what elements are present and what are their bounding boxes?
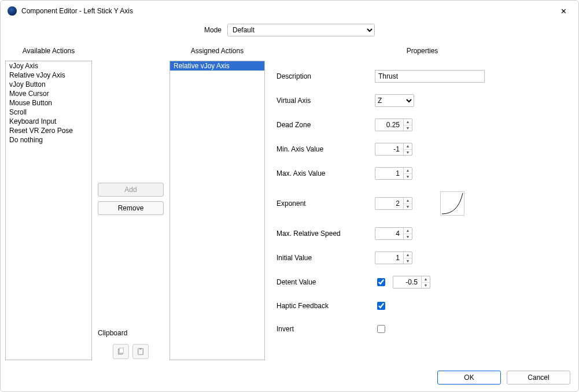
chevron-up-icon[interactable]: ▲: [404, 252, 412, 258]
chevron-up-icon[interactable]: ▲: [422, 276, 430, 283]
list-item[interactable]: Reset VR Zero Pose: [6, 126, 91, 135]
assigned-actions-header: Assigned Actions: [169, 45, 265, 61]
list-item[interactable]: Move Cursor: [6, 89, 91, 98]
invert-checkbox[interactable]: [377, 325, 385, 333]
chevron-up-icon[interactable]: ▲: [404, 198, 412, 204]
titlebar: Component Editor - Left Stick Y Axis ✕: [1, 1, 578, 19]
ok-button[interactable]: OK: [437, 371, 501, 384]
copy-icon: [117, 347, 125, 356]
properties-header: Properties: [271, 45, 574, 61]
assigned-actions-list[interactable]: Relative vJoy Axis: [169, 61, 265, 360]
dead-zone-spinner[interactable]: ▲▼: [375, 119, 412, 131]
clipboard-label: Clipboard: [98, 329, 164, 339]
chevron-down-icon[interactable]: ▼: [404, 258, 412, 264]
paste-button[interactable]: [132, 344, 149, 359]
virtual-axis-label: Virtual Axis: [276, 97, 375, 105]
detent-label: Detent Value: [276, 278, 375, 286]
chevron-down-icon[interactable]: ▼: [404, 125, 412, 131]
list-item[interactable]: Keyboard Input: [6, 117, 91, 126]
initial-value-spinner[interactable]: ▲▼: [375, 252, 412, 264]
add-button[interactable]: Add: [98, 183, 164, 197]
close-icon[interactable]: ✕: [555, 5, 571, 17]
list-item[interactable]: Do nothing: [6, 135, 91, 145]
chevron-down-icon[interactable]: ▼: [404, 204, 412, 210]
chevron-down-icon[interactable]: ▼: [404, 234, 412, 240]
mode-row: Mode Default: [1, 19, 578, 45]
component-editor-window: Component Editor - Left Stick Y Axis ✕ M…: [0, 0, 579, 392]
description-input[interactable]: [375, 70, 485, 83]
chevron-up-icon[interactable]: ▲: [404, 119, 412, 125]
list-item[interactable]: Relative vJoy Axis: [6, 71, 91, 80]
max-rel-speed-label: Max. Relative Speed: [276, 230, 375, 238]
chevron-up-icon[interactable]: ▲: [404, 168, 412, 174]
description-label: Description: [276, 72, 375, 80]
svg-rect-3: [139, 348, 142, 350]
available-actions-list[interactable]: vJoy AxisRelative vJoy AxisvJoy ButtonMo…: [5, 61, 92, 360]
haptic-label: Haptic Feedback: [276, 302, 375, 310]
chevron-up-icon[interactable]: ▲: [404, 143, 412, 150]
exponent-label: Exponent: [276, 199, 375, 208]
chevron-down-icon[interactable]: ▼: [404, 174, 412, 180]
list-item[interactable]: Mouse Button: [6, 98, 91, 108]
detent-checkbox[interactable]: [377, 278, 385, 286]
max-axis-label: Max. Axis Value: [276, 169, 375, 177]
exponent-spinner[interactable]: ▲▼: [375, 197, 412, 210]
list-item[interactable]: vJoy Button: [6, 80, 91, 89]
virtual-axis-select[interactable]: Z: [375, 94, 414, 107]
cancel-button[interactable]: Cancel: [507, 371, 570, 384]
remove-button[interactable]: Remove: [98, 201, 164, 215]
haptic-checkbox[interactable]: [377, 302, 385, 310]
max-axis-spinner[interactable]: ▲▼: [375, 167, 412, 180]
copy-button[interactable]: [113, 344, 129, 359]
chevron-down-icon[interactable]: ▼: [404, 150, 412, 156]
list-item[interactable]: vJoy Axis: [6, 61, 91, 71]
chevron-up-icon[interactable]: ▲: [404, 228, 412, 234]
svg-rect-1: [119, 348, 123, 353]
invert-label: Invert: [276, 325, 375, 333]
list-item[interactable]: Scroll: [6, 108, 91, 117]
available-actions-header: Available Actions: [5, 45, 92, 61]
mode-label: Mode: [204, 26, 222, 34]
mode-select[interactable]: Default: [227, 24, 375, 36]
paste-icon: [137, 347, 145, 356]
exponent-curve-preview: [440, 191, 464, 216]
max-rel-speed-spinner[interactable]: ▲▼: [375, 227, 412, 240]
chevron-down-icon[interactable]: ▼: [422, 283, 430, 289]
detent-spinner[interactable]: ▲▼: [393, 276, 430, 289]
min-axis-spinner[interactable]: ▲▼: [375, 143, 412, 156]
list-item[interactable]: Relative vJoy Axis: [170, 61, 264, 71]
min-axis-label: Min. Axis Value: [276, 145, 375, 153]
dead-zone-label: Dead Zone: [276, 121, 375, 129]
initial-value-label: Initial Value: [276, 254, 375, 262]
app-icon: [8, 6, 17, 16]
window-title: Component Editor - Left Stick Y Axis: [21, 7, 555, 15]
